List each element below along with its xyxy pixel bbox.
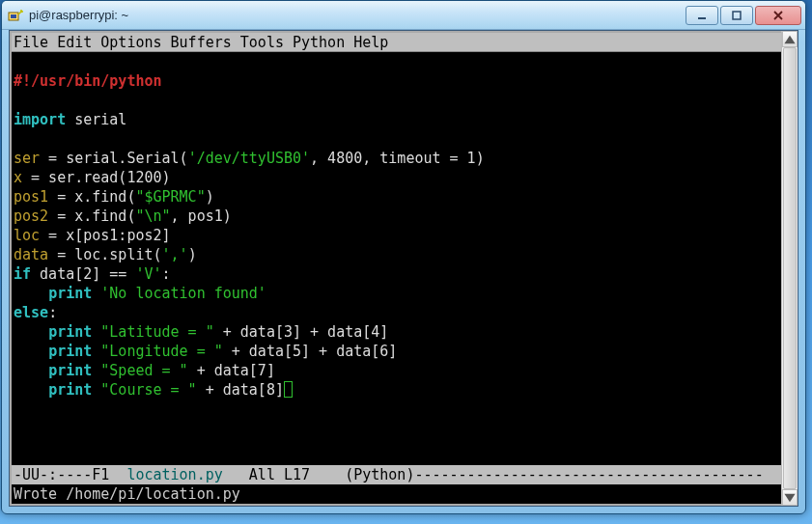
putty-icon [8,8,23,23]
emacs-terminal[interactable]: File Edit Options Buffers Tools Python H… [10,31,781,506]
minimize-button[interactable] [686,6,718,25]
client-area: File Edit Options Buffers Tools Python H… [9,30,798,507]
window-controls [686,6,801,25]
titlebar[interactable]: pi@raspberrypi: ~ [2,1,805,30]
editor-area[interactable]: #!/usr/bin/python import serial ser = se… [12,52,781,400]
svg-rect-1 [11,14,16,18]
emacs-minibuffer[interactable]: Wrote /home/pi/location.py [12,484,781,504]
terminal-window: pi@raspberrypi: ~ File Edit Options Buff… [1,0,806,514]
svg-rect-3 [733,12,741,19]
code-shebang: #!/usr/bin/python [14,72,162,90]
maximize-button[interactable] [720,6,753,25]
emacs-modeline[interactable]: -UU-:----F1 location.py All L17 (Python)… [12,465,781,484]
scrollbar-track[interactable] [782,47,798,489]
emacs-menubar[interactable]: File Edit Options Buffers Tools Python H… [12,33,781,52]
text-cursor [284,381,293,398]
close-button[interactable] [755,6,801,25]
scroll-up-button[interactable] [782,31,798,47]
scroll-down-button[interactable] [782,489,798,506]
scrollbar-thumb[interactable] [783,47,797,489]
vertical-scrollbar[interactable] [781,31,798,506]
window-title: pi@raspberrypi: ~ [29,8,686,22]
